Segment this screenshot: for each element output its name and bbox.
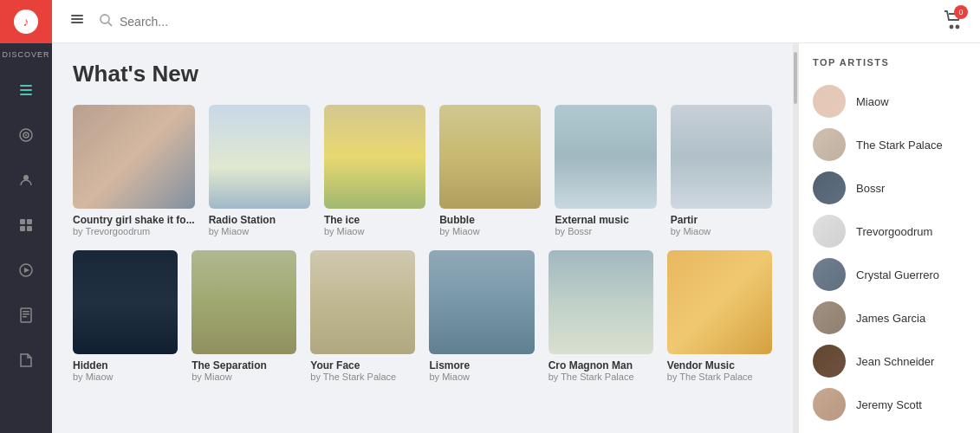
music-grid-row1: Country girl shake it fo...by Trevorgood…	[73, 105, 772, 236]
svg-point-5	[25, 134, 27, 136]
top-artists-title: TOP ARTISTS	[813, 57, 966, 68]
svg-rect-10	[27, 226, 32, 231]
cart-button[interactable]: 0	[944, 10, 963, 33]
music-card-t12[interactable]: Vendor Musicby The Stark Palace	[667, 250, 772, 382]
music-artist: by Miaow	[209, 226, 310, 236]
music-thumb-t11	[548, 250, 653, 354]
artist-item-a8[interactable]: Jeremy Scott	[813, 383, 966, 426]
sidebar-item-grid[interactable]	[7, 206, 45, 244]
artist-item-a7[interactable]: Jean Schneider	[813, 339, 966, 383]
music-grid-row2: Hiddenby MiaowThe Separationby MiaowYour…	[73, 250, 772, 382]
music-artist: by Miaow	[439, 226, 541, 236]
music-artist: by The Stark Palace	[667, 372, 772, 382]
music-card-t5[interactable]: External musicby Bossr	[555, 105, 656, 236]
music-card-t11[interactable]: Cro Magnon Manby The Stark Palace	[548, 250, 653, 382]
music-title: Your Face	[310, 359, 415, 372]
explore-icon	[18, 127, 34, 143]
music-card-t4[interactable]: Bubbleby Miaow	[439, 105, 541, 236]
sidebar-item-friends[interactable]	[7, 161, 45, 199]
svg-rect-19	[71, 22, 83, 23]
content-area: What's New Country girl shake it fo...by…	[52, 43, 980, 433]
sidebar-item-play[interactable]	[7, 251, 45, 289]
music-artist: by The Stark Palace	[548, 372, 653, 382]
music-card-t9[interactable]: Your Faceby The Stark Palace	[310, 250, 415, 382]
music-card-t8[interactable]: The Separationby Miaow	[191, 250, 296, 382]
artist-name-a2: The Stark Palace	[856, 139, 943, 152]
music-title: The ice	[324, 214, 425, 226]
music-title: Lismore	[429, 359, 534, 372]
music-card-t2[interactable]: Radio Stationby Miaow	[209, 105, 310, 236]
artist-avatar-a1	[813, 85, 846, 118]
svg-rect-1	[20, 89, 32, 91]
topbar: 0	[52, 0, 980, 43]
music-title: Cro Magnon Man	[548, 359, 653, 372]
artist-name-a3: Bossr	[856, 182, 885, 195]
music-thumb-t3	[324, 105, 425, 209]
artist-name-a4: Trevorgoodrum	[856, 225, 932, 238]
sidebar-item-list[interactable]	[7, 71, 45, 109]
svg-rect-15	[23, 313, 29, 315]
sidebar-nav	[0, 62, 52, 379]
svg-rect-17	[71, 15, 83, 16]
sidebar-item-book[interactable]	[7, 296, 45, 334]
artist-avatar-a3	[813, 171, 846, 204]
svg-rect-18	[71, 18, 83, 20]
artist-item-a6[interactable]: James Garcia	[813, 296, 966, 339]
search-icon	[99, 13, 113, 30]
music-card-t1[interactable]: Country girl shake it fo...by Trevorgood…	[73, 105, 195, 236]
sidebar-discover-label: Discover	[2, 43, 49, 62]
artist-avatar-a4	[813, 215, 846, 248]
music-artist: by Miaow	[324, 226, 425, 236]
sidebar: ♪ Discover	[0, 0, 52, 433]
artist-name-a8: Jeremy Scott	[856, 398, 922, 411]
scrollbar-thumb[interactable]	[794, 52, 797, 104]
artist-item-a3[interactable]: Bossr	[813, 166, 966, 210]
search-input[interactable]	[120, 15, 293, 29]
music-title: The Separation	[191, 359, 296, 372]
music-title: External music	[555, 214, 656, 226]
right-sidebar: TOP ARTISTS MiaowThe Stark PalaceBossrTr…	[798, 43, 980, 433]
svg-rect-7	[20, 219, 25, 224]
artist-name-a7: Jean Schneider	[856, 355, 934, 368]
artist-item-a2[interactable]: The Stark Palace	[813, 123, 966, 166]
artist-name-a6: James Garcia	[856, 312, 925, 325]
artist-item-a5[interactable]: Crystal Guerrero	[813, 253, 966, 296]
music-title: Hidden	[73, 359, 178, 372]
sidebar-item-explore[interactable]	[7, 116, 45, 154]
artist-avatar-a8	[813, 388, 846, 421]
artist-avatar-a7	[813, 345, 846, 378]
music-title: Bubble	[439, 214, 541, 226]
music-thumb-t4	[439, 105, 541, 209]
app-logo[interactable]: ♪	[0, 0, 52, 43]
svg-point-22	[951, 25, 953, 28]
menu-button[interactable]	[69, 11, 85, 31]
search-container	[99, 13, 930, 30]
music-card-t6[interactable]: Partirby Miaow	[671, 105, 772, 236]
artist-item-a4[interactable]: Trevorgoodrum	[813, 210, 966, 253]
music-artist: by Trevorgoodrum	[73, 226, 195, 236]
section-title: What's New	[73, 61, 772, 87]
play-icon	[18, 262, 34, 278]
sidebar-item-doc[interactable]	[7, 341, 45, 379]
artist-item-a1[interactable]: Miaow	[813, 80, 966, 123]
artist-avatar-a2	[813, 128, 846, 161]
svg-point-6	[23, 175, 29, 180]
main-content: 0 What's New Country girl shake it fo...…	[52, 0, 980, 433]
svg-marker-12	[24, 268, 29, 273]
music-card-t7[interactable]: Hiddenby Miaow	[73, 250, 178, 382]
svg-rect-13	[21, 308, 31, 322]
music-artist: by The Stark Palace	[310, 372, 415, 382]
friends-icon	[18, 172, 34, 188]
music-title: Partir	[671, 214, 772, 226]
search-svg	[99, 13, 113, 27]
music-artist: by Miaow	[73, 372, 178, 382]
grid-icon	[18, 217, 34, 233]
music-card-t10[interactable]: Lismoreby Miaow	[429, 250, 534, 382]
music-card-t3[interactable]: The iceby Miaow	[324, 105, 425, 236]
topbar-right: 0	[944, 10, 963, 33]
artists-list: MiaowThe Stark PalaceBossrTrevorgoodrumC…	[813, 80, 966, 426]
music-thumb-t2	[209, 105, 310, 209]
music-artist: by Miaow	[671, 226, 772, 236]
music-artist: by Miaow	[191, 372, 296, 382]
music-thumb-t10	[429, 250, 534, 354]
